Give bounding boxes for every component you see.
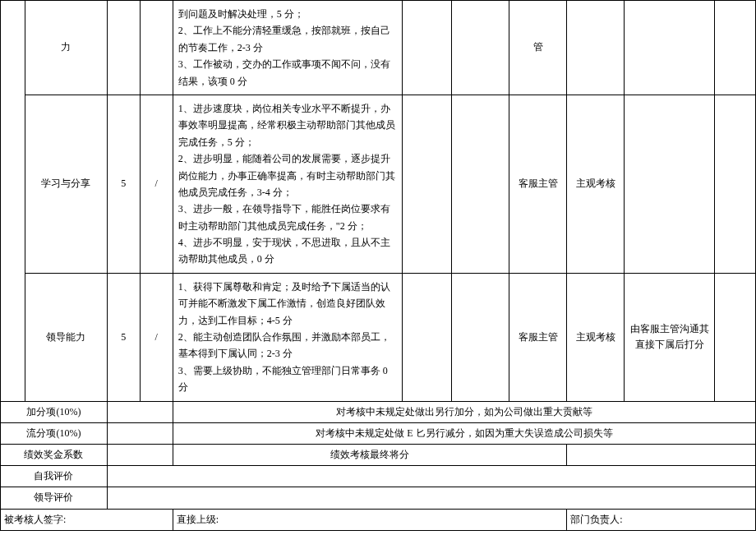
- table-row: 领导能力 5 / 1、获得下属尊敬和肯定；及时给予下属适当的认可并能不断激发下属…: [1, 273, 756, 401]
- deduct-label: 流分项(10%): [1, 422, 108, 444]
- type-cell: [567, 1, 625, 95]
- evaluator-cell: 客服主管: [509, 95, 567, 273]
- note-cell: 由客服主管沟通其直接下属后打分: [625, 273, 715, 401]
- bonus-text: 对考核中未规定处做出另行加分，如为公司做出重大贡献等: [173, 401, 755, 422]
- coef-label: 绩效奖金系数: [1, 444, 108, 465]
- end-cell: [714, 1, 755, 95]
- blank-cell: [452, 95, 509, 273]
- blank-cell: [452, 1, 509, 95]
- bonus-label: 加分项(10%): [1, 401, 108, 422]
- table-row: 力 到问题及时解决处理，5 分；2、工作上不能分清轻重缓急，按部就班，按自己的节…: [1, 1, 756, 95]
- criteria-cell: 到问题及时解决处理，5 分；2、工作上不能分清轻重缓急，按部就班，按自己的节奏工…: [173, 1, 403, 95]
- blank-cell: [403, 95, 452, 273]
- blank-cell: [403, 273, 452, 401]
- table-row: 学习与分享 5 / 1、进步速度块，岗位相关专业水平不断提升，办事效率明显提高，…: [1, 95, 756, 273]
- evaluator-cell: 管: [509, 1, 567, 95]
- evaluator-cell: 客服主管: [509, 273, 567, 401]
- deduct-row: 流分项(10%) 对考核中未规定处做 E 匕另行减分，如因为重大失误造成公司损失…: [1, 422, 756, 444]
- criteria-cell: 1、进步速度块，岗位相关专业水平不断提升，办事效率明显提高，经常积极主动帮助部门…: [173, 95, 403, 273]
- end-cell: [714, 273, 755, 401]
- blank-cell: [567, 444, 756, 465]
- bonus-row: 加分项(10%) 对考核中未规定处做出另行加分，如为公司做出重大贡献等: [1, 401, 756, 422]
- self-eval-label: 自我评价: [1, 466, 108, 487]
- slash-cell: /: [140, 273, 173, 401]
- type-cell: 主观考核: [567, 95, 625, 273]
- coef-row: 绩效奖金系数 绩效考核最终将分: [1, 444, 756, 465]
- blank-cell: [107, 422, 173, 444]
- slash-cell: /: [140, 95, 173, 273]
- item-cell: 学习与分享: [25, 95, 107, 273]
- leader-eval-label: 领导评价: [1, 487, 108, 509]
- criteria-cell: 1、获得下属尊敬和肯定；及时给予下属适当的认可并能不断激发下属工作激情，创造良好…: [173, 273, 403, 401]
- sign-row: 被考核人签字: 直接上级: 部门负责人:: [1, 509, 756, 530]
- deduct-text: 对考核中未规定处做 E 匕另行减分，如因为重大失误造成公司损失等: [173, 422, 755, 444]
- weight-cell: 5: [107, 95, 140, 273]
- item-cell: 力: [25, 1, 107, 95]
- blank-cell: [107, 487, 755, 509]
- sign-examiner: 被考核人签字:: [1, 509, 173, 530]
- sign-supervisor: 直接上级:: [173, 509, 566, 530]
- end-cell: [714, 95, 755, 273]
- weight-cell: [107, 1, 140, 95]
- final-score-label: 绩效考核最终将分: [173, 444, 566, 465]
- blank-cell: [107, 401, 173, 422]
- blank-cell: [452, 273, 509, 401]
- leader-eval-row: 领导评价: [1, 487, 756, 509]
- self-eval-row: 自我评价: [1, 466, 756, 487]
- blank-cell: [403, 1, 452, 95]
- weight-cell: 5: [107, 273, 140, 401]
- sign-dept-head: 部门负责人:: [567, 509, 756, 530]
- blank-cell: [107, 444, 173, 465]
- slash-cell: [140, 1, 173, 95]
- item-cell: 领导能力: [25, 273, 107, 401]
- evaluation-table: 力 到问题及时解决处理，5 分；2、工作上不能分清轻重缓急，按部就班，按自己的节…: [0, 0, 756, 531]
- blank-cell: [107, 466, 755, 487]
- note-cell: [625, 95, 715, 273]
- row-group-cell: [1, 1, 25, 402]
- type-cell: 主观考核: [567, 273, 625, 401]
- note-cell: [625, 1, 715, 95]
